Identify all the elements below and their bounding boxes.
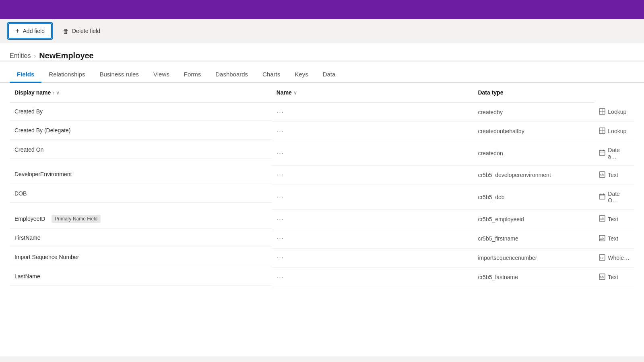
row-actions-button[interactable]: ···: [277, 274, 284, 280]
data-type-icon-container: Lookup: [599, 108, 626, 116]
data-type-icon-container: Date a…: [599, 147, 630, 160]
plus-icon: +: [15, 27, 20, 35]
data-type-icon-container: Lookup: [599, 128, 626, 135]
field-name-text: createdby: [478, 109, 502, 115]
row-actions-button[interactable]: ···: [277, 150, 284, 156]
table-row[interactable]: EmployeeIDPrimary Name Field···cr5b5_emp…: [10, 209, 634, 229]
cell-display-name: LastName: [10, 267, 272, 286]
header-row: Display name ↑ ∨ Name ∨ Data type: [10, 83, 634, 103]
data-type-icon: ab: [599, 171, 605, 179]
row-actions-button[interactable]: ···: [277, 128, 284, 134]
cell-data-type: Lookup: [594, 103, 634, 122]
data-type-label: Text: [608, 235, 618, 242]
breadcrumb-entities-link[interactable]: Entities: [10, 52, 31, 60]
row-actions-button[interactable]: ···: [277, 216, 284, 222]
table-row[interactable]: Created By (Delegate)···createdonbehalfb…: [10, 121, 634, 141]
table-row[interactable]: DeveloperEnvironment···cr5b5_developeren…: [10, 165, 634, 185]
cell-name: createdby: [473, 103, 594, 122]
svg-text:ab: ab: [600, 275, 604, 279]
cell-actions[interactable]: ···: [272, 229, 473, 248]
display-name-text: LastName: [14, 273, 40, 280]
cell-data-type: ab Text: [594, 267, 634, 287]
display-name-text: Created By (Delegate): [14, 127, 70, 134]
primary-name-badge: Primary Name Field: [52, 215, 101, 223]
tab-forms[interactable]: Forms: [177, 67, 208, 83]
display-name-text: EmployeeID: [14, 216, 45, 222]
col-display-name-label: Display name: [14, 89, 51, 96]
tab-keys[interactable]: Keys: [287, 67, 315, 83]
field-name-text: cr5b5_developerenvironment: [478, 172, 551, 178]
display-name-text: DeveloperEnvironment: [14, 171, 72, 177]
col-name[interactable]: Name ∨: [272, 83, 473, 103]
field-name-text: cr5b5_firstname: [478, 235, 518, 242]
col-data-type: Data type: [473, 83, 594, 103]
table-row[interactable]: Import Sequence Number···importsequencen…: [10, 248, 634, 267]
row-actions-button[interactable]: ···: [277, 235, 284, 242]
cell-data-type: ab Text: [594, 209, 634, 229]
data-type-icon: ab: [599, 235, 605, 243]
cell-actions[interactable]: ···: [272, 121, 473, 141]
cell-name: cr5b5_employeeid: [473, 209, 594, 229]
display-name-text: Import Sequence Number: [14, 254, 79, 260]
cell-display-name: Created On: [10, 141, 272, 159]
add-field-button[interactable]: + Add field: [8, 23, 52, 39]
cell-name: createdon: [473, 141, 594, 165]
table-row[interactable]: Created On···createdon Date a…: [10, 141, 634, 165]
data-type-icon: ab: [599, 215, 605, 223]
delete-field-button[interactable]: 🗑 Delete field: [56, 24, 107, 38]
cell-actions[interactable]: ···: [272, 185, 473, 209]
table-row[interactable]: LastName···cr5b5_lastname ab Text: [10, 267, 634, 287]
data-type-label: Text: [608, 216, 618, 222]
display-name-text: DOB: [14, 190, 27, 197]
svg-rect-12: [599, 194, 605, 199]
tabs-container: FieldsRelationshipsBusiness rulesViewsFo…: [0, 62, 644, 83]
cell-data-type: Lookup: [594, 121, 634, 141]
col-data-type-label: Data type: [478, 89, 503, 96]
cell-name: createdonbehalfby: [473, 121, 594, 141]
main-content: Display name ↑ ∨ Name ∨ Data type: [0, 83, 644, 356]
data-type-icon-container: ab Text: [599, 171, 618, 179]
row-actions-button[interactable]: ···: [277, 109, 284, 115]
svg-text:ab: ab: [600, 173, 604, 177]
tab-relationships[interactable]: Relationships: [41, 67, 92, 83]
data-type-label: Whole…: [608, 255, 630, 261]
svg-rect-6: [599, 150, 605, 155]
delete-icon: 🗑: [63, 28, 69, 35]
tab-charts[interactable]: Charts: [255, 67, 287, 83]
svg-text:ab: ab: [600, 237, 604, 241]
data-type-label: Date O…: [608, 191, 630, 204]
table-row[interactable]: FirstName···cr5b5_firstname ab Text: [10, 229, 634, 248]
toolbar: + Add field 🗑 Delete field: [0, 19, 644, 43]
data-type-icon-container: Date O…: [599, 191, 630, 204]
data-type-icon: [599, 108, 605, 116]
field-name-text: cr5b5_employeeid: [478, 216, 524, 222]
tab-dashboards[interactable]: Dashboards: [208, 67, 255, 83]
breadcrumb: Entities › NewEmployee: [10, 51, 634, 60]
tab-data[interactable]: Data: [316, 67, 343, 83]
cell-name: importsequencenumber: [473, 248, 594, 267]
cell-actions[interactable]: ···: [272, 248, 473, 267]
cell-actions[interactable]: ···: [272, 267, 473, 287]
col-display-name[interactable]: Display name ↑ ∨: [10, 83, 272, 103]
table-row[interactable]: DOB···cr5b5_dob Date O…: [10, 185, 634, 209]
name-sort-icons: ∨: [293, 90, 297, 96]
tab-business_rules[interactable]: Business rules: [92, 67, 146, 83]
field-name-text: createdonbehalfby: [478, 128, 524, 134]
cell-actions[interactable]: ···: [272, 103, 473, 122]
cell-actions[interactable]: ···: [272, 165, 473, 185]
cell-name: cr5b5_developerenvironment: [473, 165, 594, 185]
tab-fields[interactable]: Fields: [10, 67, 41, 83]
table-row[interactable]: Created By···createdby Lookup: [10, 103, 634, 122]
cell-actions[interactable]: ···: [272, 209, 473, 229]
add-field-label: Add field: [23, 28, 45, 34]
row-actions-button[interactable]: ···: [277, 254, 284, 261]
row-actions-button[interactable]: ···: [277, 171, 284, 178]
row-actions-button[interactable]: ···: [277, 193, 284, 200]
tab-views[interactable]: Views: [146, 67, 177, 83]
cell-display-name: FirstName: [10, 229, 272, 247]
display-name-text: Created By: [14, 108, 43, 115]
cell-actions[interactable]: ···: [272, 141, 473, 165]
data-type-icon: 12: [599, 254, 605, 262]
data-type-icon-container: 12 Whole…: [599, 254, 630, 262]
breadcrumb-current: NewEmployee: [39, 51, 94, 60]
